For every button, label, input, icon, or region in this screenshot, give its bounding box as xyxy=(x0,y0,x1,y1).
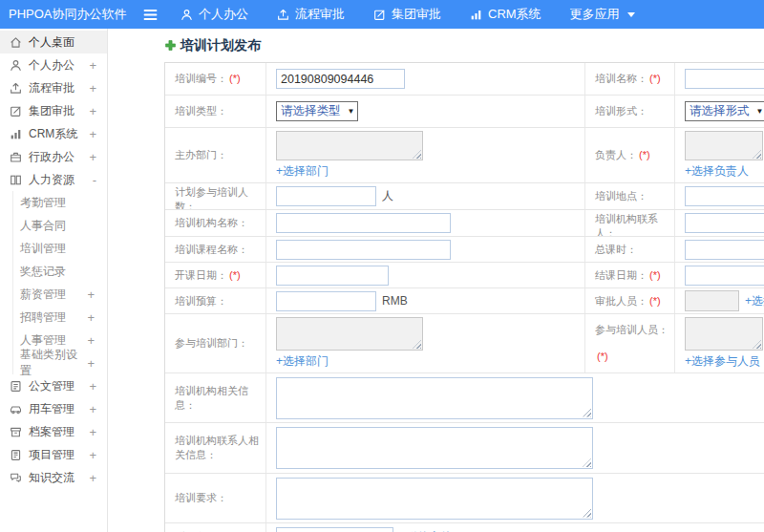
select-link-participants[interactable]: +选择参与人员 xyxy=(685,353,760,370)
field-label-text: 培训形式： xyxy=(595,104,647,118)
sidebar-item-group-approval[interactable]: 集团审批+ xyxy=(0,99,107,122)
nav-item-group-approval[interactable]: 集团审批 xyxy=(373,6,441,23)
select-link-participating-departments[interactable]: +选择部门 xyxy=(276,353,329,370)
training-budget-input[interactable] xyxy=(276,291,376,311)
chart-icon xyxy=(10,128,23,140)
brand-logo[interactable]: PHPOA协同办公软件 xyxy=(0,6,143,23)
sidebar-item-hr-contract[interactable]: 人事合同 xyxy=(13,214,107,237)
edit-icon xyxy=(10,105,23,117)
participating-departments-textarea[interactable] xyxy=(276,317,423,351)
sidebar-item-knowledge[interactable]: 知识交流+ xyxy=(0,466,107,489)
training-requirements-textarea[interactable] xyxy=(276,478,593,520)
expand-icon[interactable]: + xyxy=(89,472,96,484)
sidebar-item-base-category[interactable]: 基础类别设置+ xyxy=(13,351,107,374)
start-date-input[interactable] xyxy=(276,266,389,286)
nav-item-label: 个人办公 xyxy=(199,6,248,23)
form-row: 培训预算：RMB审批人员：(*)+选择审批人员 xyxy=(165,288,764,314)
sidebar-item-label: 考勤管理 xyxy=(20,195,66,211)
field-training-org-contact xyxy=(675,210,764,236)
label-leader: 负责人：(*) xyxy=(585,128,675,182)
nav-item-more-apps[interactable]: 更多应用 xyxy=(570,6,635,23)
host-department-textarea[interactable] xyxy=(276,131,423,160)
leader-textarea[interactable] xyxy=(685,131,763,160)
field-participating-departments: +选择部门 xyxy=(266,314,585,372)
org-contact-related-info-textarea[interactable] xyxy=(276,427,593,469)
hamburger-icon[interactable] xyxy=(143,9,158,21)
expand-icon[interactable]: + xyxy=(89,380,96,393)
expand-icon[interactable]: + xyxy=(89,59,96,72)
training-org-contact-input[interactable] xyxy=(685,213,764,233)
sidebar-item-vehicle[interactable]: 用车管理+ xyxy=(0,397,107,420)
expand-icon[interactable]: + xyxy=(87,311,95,324)
training-code-input[interactable] xyxy=(276,69,405,89)
label-participants: 参与培训人员：(*) xyxy=(585,314,675,372)
expand-icon[interactable]: + xyxy=(89,82,96,95)
training-name-input[interactable] xyxy=(685,69,764,89)
sidebar-item-reward-punish[interactable]: 奖惩记录 xyxy=(13,260,107,283)
expand-icon[interactable]: + xyxy=(89,426,96,438)
form-row: 计划参与培训人数：(*)人培训地点： xyxy=(165,183,764,210)
nav-item-personal-office[interactable]: 个人办公 xyxy=(180,6,248,23)
approvers-box[interactable] xyxy=(685,290,739,311)
sidebar-item-archive[interactable]: 档案管理+ xyxy=(0,420,107,443)
nav-item-workflow-approval[interactable]: 流程审批 xyxy=(277,6,345,23)
sidebar-item-label: 集团审批 xyxy=(29,103,74,119)
planned-participants-input[interactable] xyxy=(276,186,376,206)
training-location-input[interactable] xyxy=(685,186,764,206)
sidebar-item-attendance[interactable]: 考勤管理 xyxy=(13,191,107,214)
field-label-text: 培训机构名称： xyxy=(175,216,248,230)
sidebar-item-admin-office[interactable]: 行政办公+ xyxy=(0,145,107,168)
sidebar-item-hr[interactable]: 人力资源- xyxy=(0,168,107,191)
expand-icon[interactable]: + xyxy=(87,334,95,347)
form-row: 培训编号：(*)培训名称：(*) xyxy=(165,63,764,96)
training-form-select[interactable]: 请选择形式▼ xyxy=(685,101,764,121)
sidebar-item-label: 知识交流 xyxy=(29,470,74,486)
field-label-text: 培训名称： xyxy=(595,72,647,86)
label-training-budget: 培训预算： xyxy=(165,288,266,313)
participants-textarea[interactable] xyxy=(685,317,763,351)
expand-icon[interactable]: + xyxy=(89,105,96,117)
expand-icon[interactable]: + xyxy=(87,357,95,370)
sidebar-item-personal-desktop[interactable]: 个人桌面 xyxy=(0,31,107,53)
sidebar-item-label: 用车管理 xyxy=(29,401,74,417)
expand-icon[interactable]: + xyxy=(89,403,96,415)
form-row: 参与培训部门：+选择部门参与培训人员：(*)+选择参与人员 xyxy=(165,314,764,373)
expand-icon[interactable]: + xyxy=(89,449,96,461)
field-label-text: 开课日期： xyxy=(175,268,227,283)
expand-icon[interactable]: + xyxy=(87,288,95,301)
select-link-leader[interactable]: +选择负责人 xyxy=(685,163,749,180)
suffix-label: RMB xyxy=(382,294,408,308)
nav-item-label: 流程审批 xyxy=(295,6,345,23)
training-org-name-input[interactable] xyxy=(276,213,451,233)
nav-item-crm-system[interactable]: CRM系统 xyxy=(470,6,541,23)
select-link-host-department[interactable]: +选择部门 xyxy=(276,163,329,180)
collapse-icon[interactable]: - xyxy=(93,174,96,186)
label-participating-departments: 参与培训部门： xyxy=(165,314,266,372)
expand-icon[interactable]: + xyxy=(89,151,96,163)
sidebar-item-official-doc[interactable]: 公文管理+ xyxy=(0,374,107,397)
label-training-requirements: 培训要求： xyxy=(165,474,266,522)
columns-icon xyxy=(10,174,23,186)
training-type-select[interactable]: 请选择类型▼ xyxy=(276,101,358,121)
sidebar: 个人桌面个人办公+流程审批+集团审批+CRM系统+行政办公+人力资源-考勤管理人… xyxy=(0,29,108,532)
sidebar-item-project[interactable]: 项目管理+ xyxy=(0,443,107,466)
field-label-text: 负责人： xyxy=(595,148,637,162)
upload-icon xyxy=(10,82,23,95)
sidebar-item-recruit[interactable]: 招聘管理+ xyxy=(13,306,107,329)
total-class-hours-input[interactable] xyxy=(685,240,764,260)
select-link-approvers[interactable]: +选择审批人员 xyxy=(745,293,764,309)
end-date-input[interactable] xyxy=(685,266,764,286)
form-row: 培训机构相关信息： xyxy=(165,373,764,423)
attachment-input[interactable] xyxy=(276,527,393,532)
user-icon xyxy=(180,9,193,21)
sidebar-item-workflow-approval[interactable]: 流程审批+ xyxy=(0,76,107,99)
sidebar-item-crm-system[interactable]: CRM系统+ xyxy=(0,122,107,145)
expand-icon[interactable]: + xyxy=(89,128,96,140)
sidebar-item-training-mgmt[interactable]: 培训管理 xyxy=(13,237,107,260)
sidebar-item-personal-office[interactable]: 个人办公+ xyxy=(0,53,107,76)
course-name-input[interactable] xyxy=(276,240,451,260)
org-related-info-textarea[interactable] xyxy=(276,377,593,419)
field-org-related-info xyxy=(266,373,764,422)
label-end-date: 结课日期：(*) xyxy=(585,263,675,287)
sidebar-item-salary[interactable]: 薪资管理+ xyxy=(13,283,107,306)
